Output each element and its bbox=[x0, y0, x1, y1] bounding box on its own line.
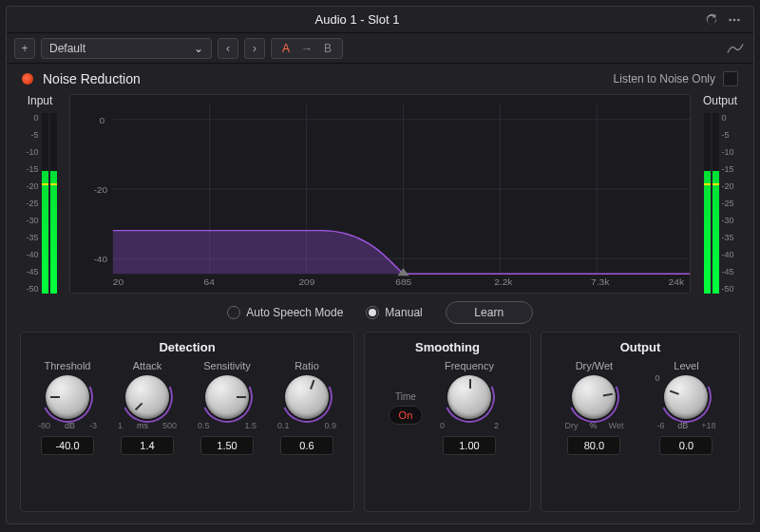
threshold-label: Threshold bbox=[45, 360, 91, 371]
output-meter-label: Output bbox=[703, 94, 737, 107]
time-toggle[interactable]: On bbox=[389, 406, 423, 425]
sensitivity-label: Sensitivity bbox=[203, 360, 251, 371]
listen-noise-label: Listen to Noise Only bbox=[614, 72, 715, 86]
output-panel: Output Dry/Wet Dry%Wet 80.0 Level 0 bbox=[541, 332, 740, 512]
level-zero-label: 0 bbox=[655, 373, 659, 383]
smoothing-panel: Smoothing Time On Frequency 02 1.00 bbox=[364, 332, 531, 512]
sensitivity-value[interactable]: 1.50 bbox=[200, 436, 254, 455]
svg-text:7.3k: 7.3k bbox=[591, 276, 610, 287]
attack-knob[interactable] bbox=[125, 375, 169, 419]
preset-name: Default bbox=[49, 42, 86, 55]
more-icon[interactable] bbox=[723, 10, 746, 29]
ratio-value[interactable]: 0.6 bbox=[280, 436, 333, 455]
smoothing-title: Smoothing bbox=[374, 340, 521, 354]
preset-next-button[interactable]: › bbox=[244, 38, 265, 59]
input-meter-label: Input bbox=[28, 94, 53, 107]
preset-select[interactable]: Default ⌄ bbox=[41, 38, 212, 59]
ratio-knob[interactable] bbox=[285, 375, 329, 419]
svg-text:685: 685 bbox=[395, 276, 411, 287]
threshold-knob[interactable] bbox=[46, 375, 89, 419]
svg-text:24k: 24k bbox=[669, 276, 685, 287]
svg-point-1 bbox=[733, 18, 736, 21]
learn-button[interactable]: Learn bbox=[446, 301, 533, 324]
svg-text:-40: -40 bbox=[93, 254, 107, 264]
spectrum-graph[interactable]: 0 -20 -40 20 64 209 685 2.2k 7.3k 24k bbox=[69, 94, 691, 294]
manual-mode-label: Manual bbox=[385, 306, 422, 319]
svg-text:20: 20 bbox=[113, 276, 124, 287]
output-meter: Output 0-5-10-15-20-25-30-35-40-45-50 bbox=[700, 94, 740, 294]
ab-b-button[interactable]: B bbox=[317, 42, 338, 55]
svg-text:64: 64 bbox=[204, 276, 216, 287]
attack-label: Attack bbox=[133, 360, 162, 371]
listen-noise-checkbox[interactable] bbox=[723, 71, 738, 86]
frequency-label: Frequency bbox=[445, 360, 494, 371]
routing-icon[interactable] bbox=[725, 38, 746, 59]
frequency-value[interactable]: 1.00 bbox=[443, 436, 496, 455]
reset-icon[interactable] bbox=[700, 10, 723, 29]
drywet-label: Dry/Wet bbox=[576, 360, 614, 371]
output-meter-ticks: 0-5-10-15-20-25-30-35-40-45-50 bbox=[722, 113, 737, 294]
sensitivity-knob[interactable] bbox=[205, 375, 249, 419]
input-meter: Input 0-5-10-15-20-25-30-35-40-45-50 bbox=[20, 94, 60, 294]
level-knob[interactable] bbox=[664, 375, 708, 419]
input-meter-ticks: 0-5-10-15-20-25-30-35-40-45-50 bbox=[24, 113, 39, 294]
svg-text:209: 209 bbox=[298, 276, 314, 287]
drywet-knob[interactable] bbox=[572, 375, 616, 419]
detection-title: Detection bbox=[30, 340, 344, 354]
ab-copy-button[interactable]: → bbox=[296, 42, 317, 55]
ratio-label: Ratio bbox=[294, 360, 319, 371]
manual-mode-radio[interactable]: Manual bbox=[366, 306, 422, 319]
detection-panel: Detection Threshold -80dB-3 -40.0 Attack… bbox=[20, 332, 354, 512]
auto-speech-mode-label: Auto Speech Mode bbox=[246, 306, 343, 319]
window-title: Audio 1 - Slot 1 bbox=[14, 12, 700, 27]
preset-prev-button[interactable]: ‹ bbox=[218, 38, 238, 59]
svg-point-0 bbox=[729, 18, 732, 21]
frequency-knob[interactable] bbox=[447, 375, 491, 419]
level-value[interactable]: 0.0 bbox=[659, 436, 712, 455]
time-label: Time bbox=[395, 391, 416, 402]
auto-speech-mode-radio[interactable]: Auto Speech Mode bbox=[227, 306, 343, 319]
threshold-value[interactable]: -40.0 bbox=[41, 436, 94, 455]
svg-text:2.2k: 2.2k bbox=[494, 276, 513, 287]
ab-a-button[interactable]: A bbox=[276, 42, 296, 55]
chevron-down-icon: ⌄ bbox=[194, 42, 203, 55]
add-preset-button[interactable]: + bbox=[14, 38, 35, 59]
level-label: Level bbox=[674, 360, 698, 371]
svg-point-2 bbox=[737, 18, 740, 21]
enable-indicator-icon[interactable] bbox=[22, 73, 33, 85]
output-title: Output bbox=[551, 340, 730, 354]
ab-compare-group: A → B bbox=[271, 38, 343, 59]
drywet-value[interactable]: 80.0 bbox=[567, 436, 620, 455]
svg-text:-20: -20 bbox=[93, 184, 107, 195]
svg-text:0: 0 bbox=[100, 115, 105, 125]
attack-value[interactable]: 1.4 bbox=[121, 436, 174, 455]
plugin-title: Noise Reduction bbox=[43, 71, 614, 86]
